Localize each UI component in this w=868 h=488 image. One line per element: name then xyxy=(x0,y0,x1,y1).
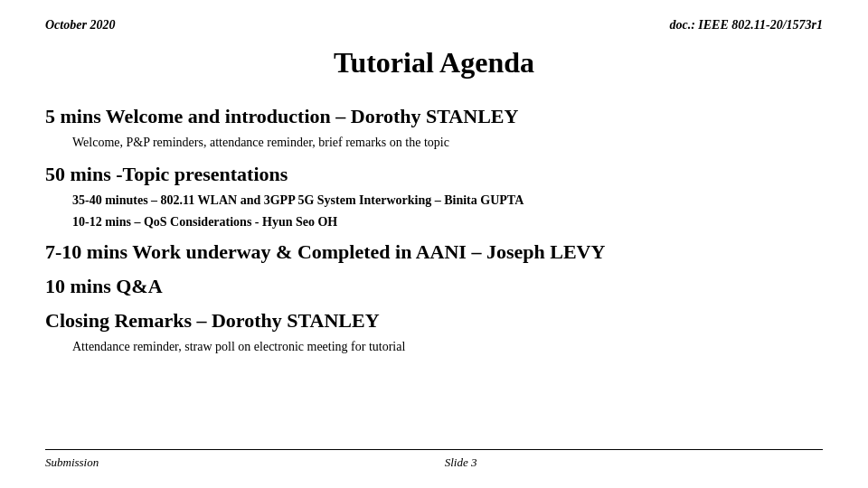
section-topic-subtext: 35-40 minutes – 802.11 WLAN and 3GPP 5G … xyxy=(72,193,823,208)
section-topic-subtext: 10-12 mins – QoS Considerations - Hyun S… xyxy=(72,215,823,230)
section-topic-heading: 50 mins -Topic presentations xyxy=(45,163,823,186)
section-closing-subtext: Attendance reminder, straw poll on elect… xyxy=(72,340,823,354)
section-qa-heading: 10 mins Q&A xyxy=(45,275,823,298)
slide-footer: Submission Slide 3 xyxy=(45,449,823,470)
section-closing-heading: Closing Remarks – Dorothy STANLEY xyxy=(45,309,823,333)
header-doc: doc.: IEEE 802.11-20/1573r1 xyxy=(669,18,823,33)
slide-container: October 2020 doc.: IEEE 802.11-20/1573r1… xyxy=(0,0,868,488)
header-date: October 2020 xyxy=(45,18,115,33)
slide-header: October 2020 doc.: IEEE 802.11-20/1573r1 xyxy=(45,18,823,33)
section-welcome-subtext: Welcome, P&P reminders, attendance remin… xyxy=(72,136,823,150)
footer-center: Slide 3 xyxy=(445,455,477,470)
slide-content: 5 mins Welcome and introduction – Doroth… xyxy=(45,101,823,449)
section-work-heading: 7-10 mins Work underway & Completed in A… xyxy=(45,240,823,264)
footer-left: Submission xyxy=(45,455,99,470)
section-welcome-heading: 5 mins Welcome and introduction – Doroth… xyxy=(45,105,823,128)
slide-title: Tutorial Agenda xyxy=(45,46,823,80)
